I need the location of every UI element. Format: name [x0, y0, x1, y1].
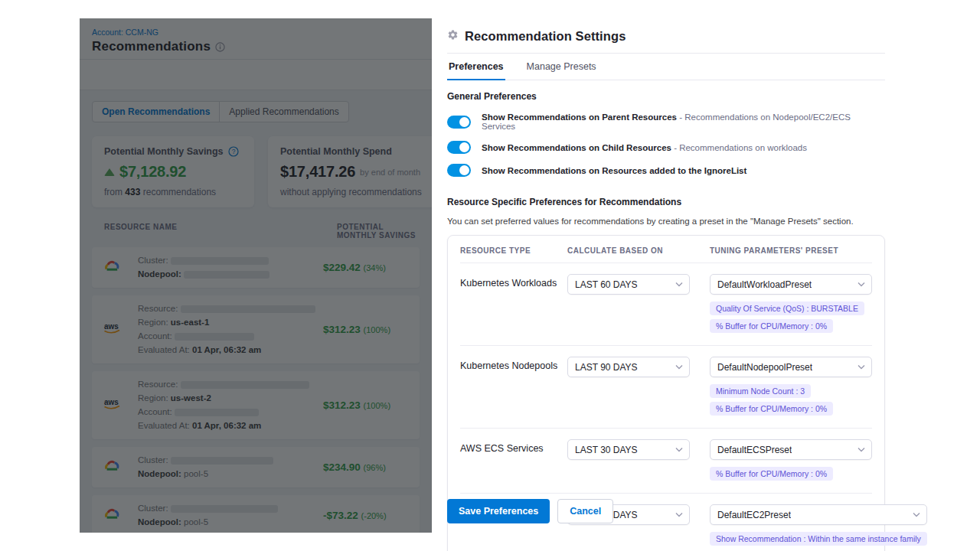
pref-row-kubernetes-nodepools: Kubernetes Nodepools LAST 90 DAYS Defaul…	[460, 345, 872, 428]
chevron-down-icon	[858, 447, 865, 452]
pref-row-kubernetes-workloads: Kubernetes Workloads LAST 60 DAYS Defaul…	[460, 263, 872, 345]
toggle-switch-on[interactable]	[447, 141, 471, 154]
chevron-down-icon	[675, 512, 683, 517]
drawer-title: Recommendation Settings	[465, 29, 626, 44]
chevron-down-icon	[913, 512, 920, 517]
tab-preferences[interactable]: Preferences	[447, 54, 505, 80]
preset-select[interactable]: DefaultNodepoolPreset	[710, 357, 872, 377]
toggle-switch-on[interactable]	[447, 164, 471, 177]
preset-badge: % Buffer for CPU/Memory : 0%	[710, 467, 833, 481]
resource-preferences-heading: Resource Specific Preferences for Recomm…	[447, 197, 885, 207]
cancel-button[interactable]: Cancel	[557, 499, 613, 523]
toggle-switch-on[interactable]	[447, 116, 471, 129]
col-calculate-based-on: CALCULATE BASED ON	[567, 246, 702, 255]
modal-dim-overlay[interactable]	[80, 18, 432, 533]
period-select[interactable]: LAST 60 DAYS	[567, 274, 690, 295]
pref-row-aws-ecs-services: AWS ECS Services LAST 30 DAYS DefaultECS…	[460, 428, 872, 493]
preset-badge: Quality Of Service (QoS) : BURSTABLE	[710, 302, 864, 315]
app-canvas: Account: CCM-NG Recommendations Open Rec…	[0, 0, 980, 551]
chevron-down-icon	[675, 447, 683, 452]
preset-badge: Minimum Node Count : 3	[710, 384, 811, 398]
tab-manage-presets[interactable]: Manage Presets	[525, 54, 598, 80]
general-preferences-heading: General Preferences	[447, 91, 885, 102]
col-resource-type: RESOURCE TYPE	[460, 246, 567, 255]
chevron-down-icon	[675, 282, 683, 287]
save-preferences-button[interactable]: Save Preferences	[447, 499, 550, 523]
preset-badge: % Buffer for CPU/Memory : 0%	[710, 319, 833, 333]
gear-icon	[447, 29, 459, 44]
resource-preferences-description: You can set preferred values for recomme…	[447, 217, 885, 226]
toggle-child-resources[interactable]: Show Recommendations on Child Resources …	[447, 141, 885, 154]
settings-tabs: Preferences Manage Presets	[447, 54, 885, 80]
toggle-parent-resources[interactable]: Show Recommendations on Parent Resources…	[447, 112, 885, 131]
toggle-ignorelist-resources[interactable]: Show Recommendations on Resources added …	[447, 164, 885, 177]
preset-select[interactable]: DefaultECSPreset	[710, 439, 872, 460]
col-tuning-parameters-preset: TUNING PARAMETERS' PRESET	[702, 246, 872, 255]
recommendation-settings-drawer: Recommendation Settings Preferences Mana…	[432, 18, 900, 533]
preset-badge: Show Recommendation : Within the same in…	[710, 532, 927, 546]
preset-select[interactable]: DefaultEC2Preset	[710, 504, 927, 525]
recommendations-page: Account: CCM-NG Recommendations Open Rec…	[80, 18, 432, 533]
chevron-down-icon	[858, 282, 865, 287]
preset-badge: % Buffer for CPU/Memory : 0%	[710, 402, 833, 416]
preset-select[interactable]: DefaultWorkloadPreset	[710, 274, 872, 295]
chevron-down-icon	[675, 364, 683, 370]
period-select[interactable]: LAST 30 DAYS	[567, 439, 690, 460]
period-select[interactable]: LAST 90 DAYS	[567, 357, 690, 377]
chevron-down-icon	[858, 364, 865, 370]
